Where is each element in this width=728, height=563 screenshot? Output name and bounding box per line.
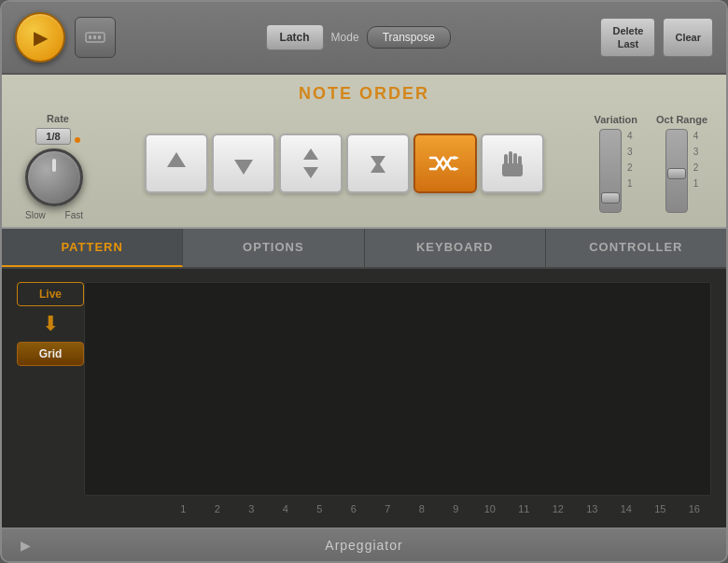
knob-container: Slow Fast [25,148,91,214]
bottom-bar: ▶ Arpeggiator [2,528,726,561]
transpose-selector[interactable]: Transpose [367,26,451,49]
svg-rect-2 [93,35,96,39]
tab-controller[interactable]: CONTROLLER [546,229,726,267]
mode-label: Mode [331,31,359,44]
note-order-section: NOTE ORDER Rate 1/8 Slow Fast [2,75,726,229]
rate-label: Rate [47,113,69,124]
oct-range-label: Oct Range [656,114,707,125]
rate-section: Rate 1/8 Slow Fast [21,113,95,214]
grid-num-15: 15 [643,503,678,514]
delete-last-button[interactable]: DeleteLast [600,18,655,58]
tabs-row: PATTERN OPTIONS KEYBOARD CONTROLLER [2,229,726,269]
variation-label: Variation [595,114,637,125]
svg-marker-7 [303,167,318,178]
svg-marker-6 [303,148,318,160]
svg-marker-11 [454,167,459,171]
oct-range-slider-group: Oct Range 4 3 2 1 [656,114,707,213]
tab-options[interactable]: OPTIONS [183,229,364,267]
grid-num-9: 9 [439,503,473,514]
slow-label: Slow [25,210,46,220]
svg-marker-10 [454,156,459,160]
variation-slider-thumb[interactable] [601,192,620,204]
grid-num-16: 16 [678,503,712,514]
rate-value: 1/8 [35,128,71,145]
grid-num-1: 1 [166,503,201,514]
pattern-content: Live ⬇ Grid [17,282,711,496]
grid-num-2: 2 [201,503,235,514]
toolbar-right: DeleteLast Clear [600,18,713,58]
play-button[interactable]: ▶ [15,12,65,63]
midi-button[interactable] [75,17,116,58]
rate-row: 1/8 [35,128,80,145]
svg-rect-15 [513,153,517,166]
grid-num-4: 4 [269,503,303,514]
variation-slider-container: 4 3 2 1 [599,129,633,213]
tab-keyboard[interactable]: KEYBOARD [365,229,546,267]
grid-num-7: 7 [371,503,405,514]
grid-num-11: 11 [507,503,541,514]
grid-num-10: 10 [473,503,508,514]
app-container: ▶ Latch Mode Transpose DeleteLast Clear … [0,0,728,563]
grid-num-6: 6 [337,503,371,514]
svg-marker-9 [371,162,385,173]
oct-range-numbers: 4 3 2 1 [693,129,699,189]
oct-range-slider-thumb[interactable] [667,168,686,179]
grid-num-13: 13 [575,503,609,514]
midi-icon [85,30,105,45]
grid-num-8: 8 [405,503,440,514]
latch-button[interactable]: Latch [266,24,324,50]
dir-hand-button[interactable] [481,134,544,193]
variation-numbers: 4 3 2 1 [627,129,633,189]
grid-numbers: 1 2 3 4 5 6 7 8 9 10 11 12 13 14 15 16 [17,503,711,514]
grid-num-12: 12 [541,503,576,514]
top-toolbar: ▶ Latch Mode Transpose DeleteLast Clear [2,2,726,75]
svg-rect-1 [89,35,91,39]
pattern-controls: Live ⬇ Grid [17,282,84,496]
bottom-title: Arpeggiator [325,538,402,553]
dir-up-button[interactable] [145,134,208,193]
dir-down-button[interactable] [212,134,275,193]
dir-updown-button[interactable] [279,134,343,193]
tab-pattern[interactable]: PATTERN [2,229,183,267]
svg-marker-4 [167,152,186,167]
rate-knob[interactable] [25,148,83,206]
dir-random-button[interactable] [413,134,477,193]
svg-rect-12 [502,163,523,176]
knob-labels: Slow Fast [25,210,83,220]
grid-num-14: 14 [609,503,644,514]
note-order-controls: Rate 1/8 Slow Fast [21,113,707,214]
grid-button[interactable]: Grid [17,342,84,366]
pattern-lanes [84,282,711,496]
grid-num-5: 5 [302,503,337,514]
svg-rect-16 [518,156,522,167]
variation-slider-group: Variation 4 3 2 1 [595,114,637,213]
svg-rect-3 [98,35,101,39]
toolbar-center: Latch Mode Transpose [266,24,451,50]
bottom-play-icon[interactable]: ▶ [21,538,31,553]
oct-range-slider-container: 4 3 2 1 [665,129,699,213]
note-order-title: NOTE ORDER [21,84,707,104]
svg-marker-5 [234,160,253,175]
rate-dot [75,137,80,143]
pattern-area: Live ⬇ Grid 1 2 3 4 5 6 7 8 9 10 11 12 1… [2,269,726,528]
clear-button[interactable]: Clear [663,18,713,58]
svg-rect-13 [504,154,508,167]
svg-marker-8 [371,156,385,167]
arrow-down-icon: ⬇ [17,312,84,336]
svg-rect-14 [509,151,512,166]
bottom-bar-inner: ▶ Arpeggiator [9,538,719,553]
dir-converge-button[interactable] [346,134,410,193]
live-button[interactable]: Live [17,282,84,306]
fast-label: Fast [65,210,83,220]
direction-buttons [110,134,580,193]
sliders-section: Variation 4 3 2 1 [595,114,707,213]
grid-num-3: 3 [234,503,269,514]
